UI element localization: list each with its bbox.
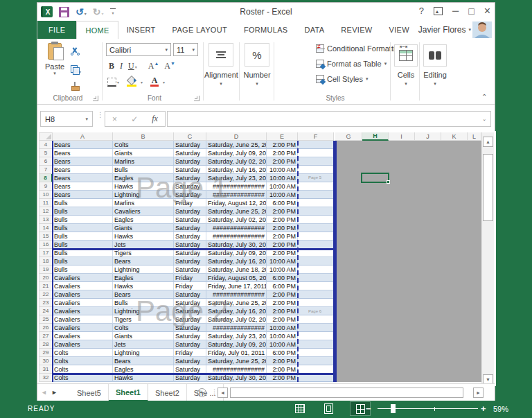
cell-B21[interactable]: Hawks — [113, 282, 174, 290]
cell-D21[interactable]: Friday, June 17, 2011 — [206, 282, 267, 290]
cell-A29[interactable]: Colts — [53, 349, 113, 357]
column-header-E[interactable]: E — [267, 132, 298, 141]
cell-F11[interactable] — [298, 199, 334, 207]
cell-D4[interactable]: Saturday, June 25, 2011 — [206, 141, 267, 149]
cell-E8[interactable]: 10:00 AM — [267, 174, 298, 182]
cell-F28[interactable] — [298, 340, 334, 349]
cell-C21[interactable]: Friday — [174, 282, 206, 290]
cell-E11[interactable]: 6:00 PM — [267, 199, 298, 207]
tab-review[interactable]: REVIEW — [332, 21, 380, 39]
cell-A8[interactable]: Bears — [53, 174, 113, 182]
cell-C18[interactable]: Saturday — [174, 257, 206, 265]
cell-E22[interactable]: 2:00 PM — [267, 290, 298, 299]
cell-D20[interactable]: Friday, August 05, 2011 — [206, 274, 267, 282]
column-header-C[interactable]: C — [174, 132, 206, 141]
cell-C15[interactable]: Saturday — [174, 232, 206, 241]
italic-button[interactable]: I — [120, 61, 123, 71]
cell-E26[interactable]: 10:00 AM — [267, 324, 298, 332]
user-account[interactable]: Javier Flores ▾ — [418, 21, 471, 39]
tab-file[interactable]: FILE — [37, 21, 76, 39]
cell-C28[interactable]: Saturday — [174, 340, 206, 349]
expand-formula-bar-icon[interactable]: ⌄ — [482, 116, 486, 122]
row-header-31[interactable]: 31 — [39, 365, 53, 374]
cell-A9[interactable]: Bears — [53, 182, 113, 191]
bold-button[interactable]: B — [109, 61, 114, 71]
cell-A26[interactable]: Cavaliers — [53, 324, 113, 332]
row-header-30[interactable]: 30 — [39, 357, 53, 365]
cell-F25[interactable] — [298, 315, 334, 324]
column-header-H[interactable]: H — [362, 132, 389, 141]
cell-A11[interactable]: Bulls — [53, 199, 113, 207]
cell-F9[interactable] — [298, 182, 334, 191]
font-name-combobox[interactable]: Calibri▾ — [106, 43, 171, 56]
cell-E29[interactable]: 6:00 PM — [267, 349, 298, 357]
row-header-6[interactable]: 6 — [39, 157, 53, 166]
cell-E18[interactable]: 10:00 AM — [267, 257, 298, 265]
cell-B28[interactable]: Jets — [113, 340, 174, 349]
font-color-button[interactable]: A — [150, 77, 159, 87]
cell-D12[interactable]: Saturday, June 25, 2011 — [206, 207, 267, 216]
tab-data[interactable]: DATA — [296, 21, 332, 39]
cell-F12[interactable] — [298, 207, 334, 216]
cell-B30[interactable]: Bears — [113, 357, 174, 365]
row-header-32[interactable]: 32 — [39, 374, 53, 382]
cell-E7[interactable]: 10:00 AM — [267, 166, 298, 174]
vertical-scrollbar-thumb[interactable] — [483, 154, 493, 221]
row-header-25[interactable]: 25 — [39, 315, 53, 324]
maximize-button[interactable]: □ — [468, 6, 474, 17]
name-box[interactable]: H8 ▾ — [40, 111, 93, 127]
row-header-27[interactable]: 27 — [39, 332, 53, 340]
sheet-nav-next-icon[interactable]: ► — [51, 389, 57, 396]
underline-button[interactable]: U▾ — [128, 61, 137, 71]
cell-C19[interactable]: Saturday — [174, 265, 206, 274]
column-header-K[interactable]: K — [441, 132, 468, 141]
cell-styles-button[interactable]: Cell Styles▾ — [316, 75, 368, 83]
row-header-29[interactable]: 29 — [39, 349, 53, 357]
row-header-19[interactable]: 19 — [39, 265, 53, 274]
cell-E14[interactable]: 2:00 PM — [267, 224, 298, 232]
tab-page-layout[interactable]: PAGE LAYOUT — [164, 21, 236, 39]
cell-A14[interactable]: Bulls — [53, 224, 113, 232]
cell-A15[interactable]: Bulls — [53, 232, 113, 241]
help-button[interactable]: ? — [419, 6, 424, 17]
fill-handle[interactable] — [387, 180, 390, 184]
column-header-B[interactable]: B — [113, 132, 174, 141]
cell-C6[interactable]: Saturday — [174, 157, 206, 166]
row-header-7[interactable]: 7 — [39, 166, 53, 174]
paste-button[interactable]: Paste ▾ — [43, 43, 66, 93]
row-header-16[interactable]: 16 — [39, 241, 53, 249]
ribbon-display-options-button[interactable] — [434, 7, 443, 15]
column-header-J[interactable]: J — [415, 132, 441, 141]
cell-F29[interactable] — [298, 349, 334, 357]
tab-insert[interactable]: INSERT — [118, 21, 164, 39]
cell-E12[interactable]: 2:00 PM — [267, 207, 298, 216]
collapse-ribbon-button[interactable]: ⌃ — [481, 93, 487, 101]
cell-C4[interactable]: Saturday — [174, 141, 206, 149]
cell-E25[interactable]: 2:00 PM — [267, 315, 298, 324]
cell-F20[interactable] — [298, 274, 334, 282]
cell-A12[interactable]: Bulls — [53, 207, 113, 216]
cell-F22[interactable] — [298, 290, 334, 299]
sheet-nav-previous-icon[interactable]: ◄ — [41, 389, 47, 396]
row-header-28[interactable]: 28 — [39, 340, 53, 349]
cell-D15[interactable]: ############### — [206, 232, 267, 241]
cell-E24[interactable]: 2:00 PM — [267, 307, 298, 315]
decrease-font-button[interactable]: A▼ — [164, 61, 175, 71]
page-layout-view-button[interactable] — [324, 403, 333, 414]
selected-cell-outline[interactable] — [361, 173, 389, 183]
cell-D18[interactable]: Saturday, July 16, 2011 — [206, 257, 267, 265]
tab-formulas[interactable]: FORMULAS — [236, 21, 296, 39]
cell-A25[interactable]: Cavaliers — [53, 315, 113, 324]
clipboard-dialog-launcher-icon[interactable] — [93, 96, 98, 101]
row-header-20[interactable]: 20 — [39, 274, 53, 282]
column-header-A[interactable]: A — [53, 132, 113, 141]
cell-C30[interactable]: Saturday — [174, 357, 206, 365]
cell-D14[interactable]: ############### — [206, 224, 267, 232]
zoom-out-button[interactable]: − — [366, 403, 371, 414]
increase-font-button[interactable]: A▲ — [148, 61, 159, 71]
cell-D28[interactable]: Saturday, July 09, 2011 — [206, 340, 267, 349]
formula-input[interactable]: ⌄ — [167, 111, 491, 127]
cell-F15[interactable] — [298, 232, 334, 241]
format-as-table-button[interactable]: Format as Table▾ — [316, 60, 387, 68]
cell-F27[interactable] — [298, 332, 334, 340]
